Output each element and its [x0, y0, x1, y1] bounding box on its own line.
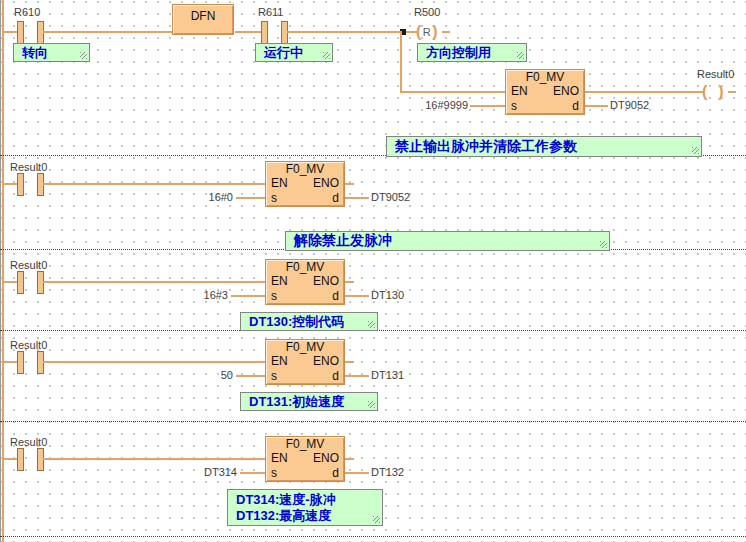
dest-operand[interactable]: DT131: [371, 369, 404, 381]
dest-operand[interactable]: DT130: [371, 289, 404, 301]
f0mv-block[interactable]: F0_MV EN ENO s d: [265, 436, 345, 482]
fn-pin-en: EN: [271, 274, 288, 289]
resize-handle-icon[interactable]: [80, 52, 87, 59]
contact-r611[interactable]: [261, 21, 287, 44]
fn-pin-en: EN: [271, 354, 288, 369]
fn-block-title: F0_MV: [266, 260, 344, 274]
fn-pin-s: s: [271, 191, 277, 206]
comment-text: DT130:控制代码: [249, 313, 344, 331]
fn-pin-en: EN: [271, 451, 288, 466]
output-coil-result0[interactable]: ( ): [702, 83, 724, 101]
comment-text: DT131:初始速度: [249, 393, 344, 411]
fn-pin-eno: ENO: [313, 176, 339, 191]
f0mv-block[interactable]: F0_MV EN ENO s d: [505, 69, 585, 115]
resize-handle-icon[interactable]: [692, 147, 699, 154]
fn-pin-d: d: [332, 191, 339, 206]
resize-handle-icon[interactable]: [373, 516, 380, 523]
contact-r610[interactable]: [17, 21, 43, 44]
operand-comment-box[interactable]: DT130:控制代码: [240, 312, 378, 331]
device-label[interactable]: R500: [414, 6, 440, 18]
comment-text: 禁止输出脉冲并清除工作参数: [395, 138, 577, 156]
dest-operand[interactable]: DT9052: [610, 99, 649, 111]
operand-comment-box[interactable]: DT314:速度-脉冲 DT132:最高速度: [227, 489, 383, 526]
contact-bar-icon: [17, 448, 24, 471]
wire: [728, 91, 736, 93]
comment-text: DT314:速度-脉冲: [236, 492, 336, 508]
fn-block-title: F0_MV: [266, 162, 344, 176]
contact-bar-icon: [17, 271, 24, 294]
wire: [4, 281, 17, 283]
resize-handle-icon[interactable]: [323, 52, 330, 59]
comment-box[interactable]: 方向控制用: [417, 43, 527, 62]
coil-paren-icon: ): [718, 83, 723, 101]
dest-operand[interactable]: DT132: [371, 466, 404, 478]
rung-comment-box[interactable]: 禁止输出脉冲并清除工作参数: [386, 136, 702, 157]
rung-separator: [0, 536, 746, 537]
left-power-rail: [2, 0, 4, 542]
fn-pin-s: s: [511, 99, 517, 114]
window-edge: [0, 0, 1, 542]
device-label[interactable]: Result0: [10, 259, 47, 271]
comment-box[interactable]: 转向: [13, 43, 90, 62]
reset-coil-r500[interactable]: ( R ): [416, 23, 438, 41]
wire: [240, 472, 265, 474]
fn-pin-s: s: [271, 466, 277, 481]
contact-result0[interactable]: [17, 271, 43, 294]
comment-text: 运行中: [264, 44, 303, 62]
wire: [345, 281, 354, 283]
fn-pin-eno: ENO: [313, 451, 339, 466]
branch-wire: [400, 31, 402, 93]
device-label[interactable]: Result0: [10, 339, 47, 351]
fn-pin-s: s: [271, 369, 277, 384]
ladder-editor-canvas: R610 转向 DFN R611 运行中 ( R ) R500 方向控制用 F0…: [0, 0, 746, 542]
source-operand[interactable]: 16#3: [188, 289, 228, 301]
resize-handle-icon[interactable]: [600, 241, 607, 248]
wire: [402, 91, 505, 93]
device-label[interactable]: R610: [14, 6, 40, 18]
resize-handle-icon[interactable]: [368, 321, 375, 328]
contact-result0[interactable]: [17, 448, 43, 471]
f0mv-block[interactable]: F0_MV EN ENO s d: [265, 161, 345, 207]
rung-comment-box[interactable]: 解除禁止发脉冲: [285, 231, 610, 251]
operand-comment-box[interactable]: DT131:初始速度: [240, 392, 378, 411]
dfn-block-title: DFN: [191, 9, 216, 23]
device-label[interactable]: Result0: [10, 161, 47, 173]
fn-block-title: F0_MV: [266, 437, 344, 451]
wire: [43, 281, 265, 283]
source-operand[interactable]: 16#0: [185, 191, 233, 203]
comment-text: 转向: [22, 44, 48, 62]
dest-operand[interactable]: DT9052: [371, 191, 410, 203]
fn-block-title: F0_MV: [506, 70, 584, 84]
device-label[interactable]: Result0: [10, 436, 47, 448]
fn-pin-d: d: [332, 466, 339, 481]
coil-symbol: R: [421, 26, 432, 38]
source-operand[interactable]: 16#9999: [390, 99, 468, 111]
wire: [235, 31, 261, 33]
source-operand[interactable]: DT314: [193, 466, 237, 478]
f0mv-block[interactable]: F0_MV EN ENO s d: [265, 259, 345, 305]
wire: [4, 458, 17, 460]
device-label[interactable]: Result0: [697, 68, 734, 80]
wire: [4, 31, 17, 33]
contact-result0[interactable]: [17, 351, 43, 374]
wire: [287, 31, 417, 33]
wire: [345, 458, 354, 460]
wire: [4, 183, 17, 185]
coil-paren-icon: (: [702, 83, 707, 101]
comment-box[interactable]: 运行中: [255, 43, 333, 62]
dfn-block[interactable]: DFN: [172, 4, 234, 35]
device-label[interactable]: R611: [258, 6, 283, 18]
wire: [43, 183, 265, 185]
source-operand[interactable]: 50: [193, 369, 233, 381]
contact-result0[interactable]: [17, 173, 43, 196]
resize-handle-icon[interactable]: [368, 401, 375, 408]
fn-pin-d: d: [332, 369, 339, 384]
comment-text: 方向控制用: [426, 44, 491, 62]
contact-bar-icon: [17, 21, 24, 44]
wire: [43, 31, 172, 33]
wire: [585, 105, 608, 107]
f0mv-block[interactable]: F0_MV EN ENO s d: [265, 339, 345, 385]
wire: [345, 183, 354, 185]
fn-pin-d: d: [572, 99, 579, 114]
resize-handle-icon[interactable]: [517, 52, 524, 59]
